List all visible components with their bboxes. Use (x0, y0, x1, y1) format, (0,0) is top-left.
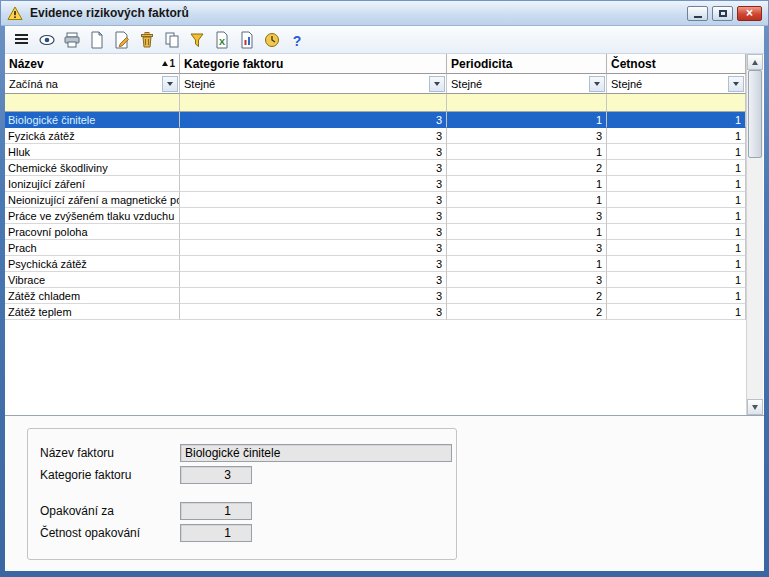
table-row[interactable]: Vibrace331 (5, 272, 746, 288)
table-row[interactable]: Prach331 (5, 240, 746, 256)
filter-cetnost[interactable]: Stejné (607, 74, 746, 94)
table-cell[interactable]: Vibrace (5, 272, 180, 288)
table-cell[interactable]: 1 (447, 256, 607, 272)
table-cell[interactable]: Fyzická zátěž (5, 128, 180, 144)
table-cell[interactable]: 1 (607, 288, 746, 304)
table-cell[interactable]: Hluk (5, 144, 180, 160)
filter-kategorie[interactable]: Stejné (180, 74, 447, 94)
table-cell[interactable]: 3 (180, 144, 447, 160)
table-row[interactable]: Zátěž teplem321 (5, 304, 746, 320)
table-cell[interactable]: 3 (447, 128, 607, 144)
table-cell[interactable]: 3 (180, 192, 447, 208)
table-cell[interactable]: 3 (180, 128, 447, 144)
table-cell[interactable]: Psychická zátěž (5, 256, 180, 272)
table-cell[interactable]: Pracovní poloha (5, 224, 180, 240)
column-header-periodicita[interactable]: Periodicita (447, 54, 607, 74)
table-cell[interactable]: 3 (447, 272, 607, 288)
search-input-cetnost[interactable] (607, 94, 746, 112)
table-cell[interactable]: 1 (607, 304, 746, 320)
table-cell[interactable]: 1 (607, 176, 746, 192)
search-input-nazev[interactable] (5, 94, 180, 112)
table-cell[interactable]: 3 (180, 208, 447, 224)
table-cell[interactable]: 3 (180, 112, 447, 128)
table-row[interactable]: Ionizující záření311 (5, 176, 746, 192)
table-cell[interactable]: 1 (607, 192, 746, 208)
maximize-button[interactable] (712, 6, 733, 21)
search-input-kategorie[interactable] (180, 94, 447, 112)
dropdown-button[interactable] (728, 76, 744, 92)
table-cell[interactable]: 3 (180, 240, 447, 256)
table-cell[interactable]: Zátěž chladem (5, 288, 180, 304)
help-button[interactable]: ? (284, 28, 309, 52)
table-row[interactable]: Práce ve zvýšeném tlaku vzduchu331 (5, 208, 746, 224)
edit-button[interactable] (109, 28, 134, 52)
table-cell[interactable]: 1 (607, 128, 746, 144)
table-row[interactable]: Psychická zátěž311 (5, 256, 746, 272)
table-cell[interactable]: 3 (447, 240, 607, 256)
table-cell[interactable]: 1 (447, 176, 607, 192)
table-row[interactable]: Zátěž chladem321 (5, 288, 746, 304)
table-cell[interactable]: 3 (180, 176, 447, 192)
report-button[interactable] (234, 28, 259, 52)
filter-button[interactable] (184, 28, 209, 52)
column-header-cetnost[interactable]: Četnost (607, 54, 746, 74)
close-button[interactable]: × (737, 6, 762, 21)
table-cell[interactable]: 3 (180, 256, 447, 272)
vertical-scrollbar[interactable] (746, 54, 763, 415)
table-cell[interactable]: 1 (607, 160, 746, 176)
table-cell[interactable]: Práce ve zvýšeném tlaku vzduchu (5, 208, 180, 224)
opakovani-za-field[interactable]: 1 (180, 502, 252, 520)
table-cell[interactable]: Neionizující záření a magnetické po (5, 192, 180, 208)
table-row[interactable]: Hluk311 (5, 144, 746, 160)
scroll-down-button[interactable] (747, 399, 763, 415)
table-cell[interactable]: Ionizující záření (5, 176, 180, 192)
column-header-nazev[interactable]: Název 1 (5, 54, 180, 74)
table-row[interactable]: Biologické činitele311 (5, 112, 746, 128)
table-cell[interactable]: 3 (180, 304, 447, 320)
scrollbar-thumb[interactable] (748, 70, 762, 158)
scrollbar-track[interactable] (747, 158, 763, 399)
table-cell[interactable]: Zátěž teplem (5, 304, 180, 320)
copy-button[interactable] (159, 28, 184, 52)
table-cell[interactable]: 3 (180, 288, 447, 304)
table-cell[interactable]: 1 (607, 224, 746, 240)
search-input-periodicita[interactable] (447, 94, 607, 112)
table-cell[interactable]: 1 (607, 112, 746, 128)
column-header-kategorie[interactable]: Kategorie faktoru (180, 54, 447, 74)
table-row[interactable]: Pracovní poloha311 (5, 224, 746, 240)
table-cell[interactable]: 1 (447, 112, 607, 128)
table-row[interactable]: Neionizující záření a magnetické po311 (5, 192, 746, 208)
delete-button[interactable] (134, 28, 159, 52)
table-cell[interactable]: Biologické činitele (5, 112, 180, 128)
table-cell[interactable]: 1 (447, 192, 607, 208)
cetnost-opakovani-field[interactable]: 1 (180, 524, 252, 542)
nazev-faktoru-field[interactable]: Biologické činitele (180, 444, 452, 462)
preview-button[interactable] (84, 28, 109, 52)
dropdown-button[interactable] (429, 76, 445, 92)
table-cell[interactable]: 3 (180, 272, 447, 288)
table-cell[interactable]: 1 (447, 224, 607, 240)
list-button[interactable] (9, 28, 34, 52)
table-cell[interactable]: 1 (607, 240, 746, 256)
export-button[interactable]: X (209, 28, 234, 52)
view-button[interactable] (34, 28, 59, 52)
dropdown-button[interactable] (589, 76, 605, 92)
filter-nazev[interactable]: Začíná na (5, 74, 180, 94)
scroll-up-button[interactable] (747, 54, 763, 70)
kategorie-faktoru-field[interactable]: 3 (180, 466, 252, 484)
table-cell[interactable]: Prach (5, 240, 180, 256)
table-cell[interactable]: 1 (447, 144, 607, 160)
history-button[interactable] (259, 28, 284, 52)
table-row[interactable]: Chemické škodliviny321 (5, 160, 746, 176)
table-cell[interactable]: 2 (447, 288, 607, 304)
minimize-button[interactable] (687, 6, 708, 21)
table-cell[interactable]: 1 (607, 256, 746, 272)
table-row[interactable]: Fyzická zátěž331 (5, 128, 746, 144)
table-cell[interactable]: 1 (607, 272, 746, 288)
table-cell[interactable]: 3 (447, 208, 607, 224)
table-cell[interactable]: 3 (180, 160, 447, 176)
filter-periodicita[interactable]: Stejné (447, 74, 607, 94)
table-cell[interactable]: 3 (180, 224, 447, 240)
table-cell[interactable]: 2 (447, 160, 607, 176)
print-button[interactable] (59, 28, 84, 52)
